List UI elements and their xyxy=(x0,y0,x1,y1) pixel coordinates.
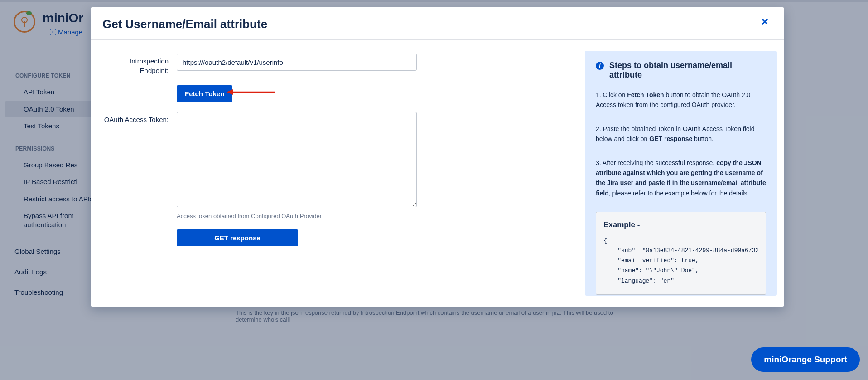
info-step-2: 2. Paste the obtained Token in OAuth Acc… xyxy=(596,124,766,144)
modal: Get Username/Email attribute ✕ Introspec… xyxy=(91,7,784,307)
introspection-label: Introspection Endpoint: xyxy=(100,54,177,75)
example-box: Example - { "sub": "0a13e834-4821-4299-8… xyxy=(596,212,766,294)
get-response-button[interactable]: GET response xyxy=(177,229,298,246)
info-icon: i xyxy=(596,62,604,70)
arrow-annotation-icon xyxy=(227,88,276,96)
introspection-input[interactable] xyxy=(177,54,417,71)
fetch-token-button[interactable]: Fetch Token xyxy=(177,85,232,102)
oauth-token-help: Access token obtained from Configured OA… xyxy=(177,213,417,219)
info-scroll-area[interactable]: i Steps to obtain username/email attribu… xyxy=(585,40,784,307)
info-step-3: 3. After receiving the successful respon… xyxy=(596,158,766,199)
example-title: Example - xyxy=(603,220,758,229)
oauth-token-label: OAuth Access Token: xyxy=(100,112,177,219)
close-icon[interactable]: ✕ xyxy=(759,17,771,27)
info-step-1: 1. Click on Fetch Token button to obtain… xyxy=(596,90,766,110)
modal-title: Get Username/Email attribute xyxy=(102,17,267,31)
info-title: Steps to obtain username/email attribute xyxy=(609,61,766,80)
support-badge[interactable]: miniOrange Support xyxy=(751,347,860,372)
example-code: { "sub": "0a13e834-4821-4299-884a-d99a67… xyxy=(603,236,758,286)
oauth-token-textarea[interactable] xyxy=(177,112,417,207)
